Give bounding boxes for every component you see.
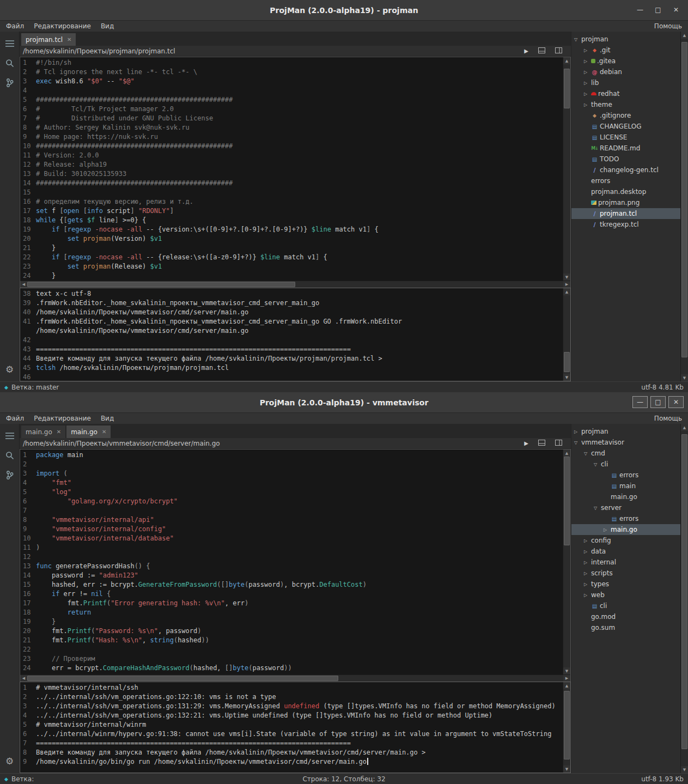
editor-tab-main.go[interactable]: main.go✕ [21,426,65,438]
tree-item-CHANGELOG[interactable]: CHANGELOG [571,121,680,132]
maximize-button[interactable]: □ [650,396,666,408]
scroll-up-icon[interactable]: ▲ [563,682,570,689]
menu-item-Файл[interactable]: Файл [1,21,29,32]
console-panel[interactable]: 38text x-c utf-839.frmWork.nbEditor._hom… [20,288,571,381]
tree-item-theme[interactable]: ▷theme [571,99,680,110]
scroll-left-icon[interactable]: ◀ [20,281,27,288]
git-branch-icon[interactable] [4,470,16,481]
menu-item-Вид[interactable]: Вид [96,21,119,32]
tree-vertical-scrollbar[interactable]: ▲ ▼ [680,424,688,773]
console-lines[interactable]: 38text x-c utf-839.frmWork.nbEditor._hom… [20,288,563,381]
chevron-right-icon[interactable]: ▷ [584,48,591,53]
chevron-down-icon[interactable]: ▽ [594,506,601,510]
editor-vertical-scrollbar[interactable]: ▲ ▼ [563,57,570,281]
scrollbar-thumb[interactable] [27,676,338,681]
sidebar-toggle-icon[interactable] [4,38,16,49]
menu-item-Файл[interactable]: Файл [1,413,29,424]
tab-close-icon[interactable]: ✕ [102,429,106,435]
tree-item-projman.desktop[interactable]: projman.desktop [571,186,680,197]
split-horizontal-icon[interactable] [538,440,545,447]
close-button[interactable]: ✕ [668,4,684,16]
tree-item-data[interactable]: ▷data [571,546,680,557]
tree-item-changelog-gen.tcl[interactable]: changelog-gen.tcl [571,165,680,175]
menu-item-help[interactable]: Помощь [649,21,687,32]
file-tree[interactable]: ▽projman▷.git▷.gitea▷debian▷lib▷redhat▷t… [571,32,680,381]
scroll-up-icon[interactable]: ▲ [563,449,570,457]
tree-item-redhat[interactable]: ▷redhat [571,88,680,99]
editor-horizontal-scrollbar[interactable]: ◀ ▶ [20,674,570,682]
tree-item-debian[interactable]: ▷debian [571,66,680,77]
menu-item-Вид[interactable]: Вид [96,413,119,424]
console-vertical-scrollbar[interactable]: ▲ ▼ [563,682,570,773]
tree-item-errors[interactable]: errors [571,175,680,186]
tree-item-types[interactable]: ▷types [571,579,680,589]
tree-item-main.go[interactable]: main.go [571,491,680,502]
tree-item-projman.tcl[interactable]: projman.tcl [571,208,680,219]
settings-gear-icon[interactable]: ⚙ [4,756,16,767]
chevron-right-icon[interactable]: ▷ [584,70,591,75]
chevron-down-icon[interactable]: ▽ [574,37,581,42]
maximize-button[interactable]: □ [650,4,666,16]
chevron-right-icon[interactable]: ▷ [584,102,591,107]
tree-vertical-scrollbar[interactable]: ▲ ▼ [680,32,688,381]
search-icon[interactable] [4,450,16,461]
chevron-down-icon[interactable]: ▽ [594,462,601,467]
scrollbar-thumb[interactable] [564,69,570,108]
tab-close-icon[interactable]: ✕ [57,429,61,435]
chevron-right-icon[interactable]: ▷ [584,59,591,64]
tree-item-projman[interactable]: ▽projman [571,34,680,45]
scrollbar-thumb[interactable] [564,457,570,545]
run-icon[interactable]: ▶ [524,440,528,446]
chevron-right-icon[interactable]: ▷ [584,571,591,576]
scroll-down-icon[interactable]: ▼ [563,667,570,674]
tree-item-projman[interactable]: ▷projman [571,426,680,437]
scroll-up-icon[interactable]: ▲ [563,288,570,295]
tree-item-scripts[interactable]: ▷scripts [571,568,680,579]
title-bar[interactable]: ProjMan (2.0.0-alpha19) - vmmetavisor — … [0,392,688,413]
tree-item-.gitea[interactable]: ▷.gitea [571,56,680,66]
tree-item-cli[interactable]: ▽cli [571,459,680,470]
settings-gear-icon[interactable]: ⚙ [4,364,16,375]
tree-item-README.md[interactable]: README.md [571,143,680,154]
editor-vertical-scrollbar[interactable]: ▲ ▼ [563,449,570,674]
chevron-right-icon[interactable]: ▷ [584,92,591,96]
tree-item-cli[interactable]: cli [571,600,680,611]
menu-item-Редактирование[interactable]: Редактирование [29,413,96,424]
sidebar-toggle-icon[interactable] [4,430,16,441]
scroll-right-icon[interactable]: ▶ [563,675,570,682]
tree-item-.git[interactable]: ▷.git [571,45,680,56]
tree-item-server[interactable]: ▽server [571,502,680,513]
scrollbar-thumb[interactable] [681,42,687,357]
minimize-button[interactable]: — [632,396,648,408]
tab-close-icon[interactable]: ✕ [67,37,71,42]
file-tree[interactable]: ▷projman▽vmmetavisor▽cmd▽clierrorsmainma… [571,424,680,773]
tree-item-LICENSE[interactable]: LICENSE [571,132,680,143]
tree-item-cmd[interactable]: ▽cmd [571,448,680,459]
scroll-down-icon[interactable]: ▼ [563,274,570,281]
close-button[interactable]: ✕ [668,396,684,408]
split-vertical-icon[interactable] [555,47,562,55]
chevron-right-icon[interactable]: ▷ [584,81,591,86]
tree-item-errors[interactable]: errors [571,470,680,481]
chevron-right-icon[interactable]: ▷ [584,549,591,554]
tree-item-main.go[interactable]: ▷main.go [571,524,680,535]
chevron-right-icon[interactable]: ▷ [584,538,591,543]
code-editor[interactable]: 1#!/bin/sh2# Tcl ignores the next line -… [20,57,571,288]
scroll-right-icon[interactable]: ▶ [563,281,570,288]
tree-item-go.mod[interactable]: go.mod [571,611,680,622]
git-branch-icon[interactable] [4,77,16,88]
menu-item-help[interactable]: Помощь [649,413,687,424]
minimize-button[interactable]: — [632,4,648,16]
tree-item-errors[interactable]: errors [571,513,680,524]
tree-item-go.sum[interactable]: go.sum [571,622,680,633]
scroll-up-icon[interactable]: ▲ [681,424,688,431]
console-panel[interactable]: 1# vmmetavisor/internal/ssh2../../intern… [20,682,571,773]
chevron-right-icon[interactable]: ▷ [584,593,591,598]
tree-item-main[interactable]: main [571,481,680,491]
tree-item-lib[interactable]: ▷lib [571,77,680,88]
split-horizontal-icon[interactable] [538,47,545,55]
chevron-right-icon[interactable]: ▷ [604,527,611,532]
menu-item-Редактирование[interactable]: Редактирование [29,21,96,32]
scroll-left-icon[interactable]: ◀ [20,675,27,682]
tree-item-web[interactable]: ▷web [571,589,680,600]
